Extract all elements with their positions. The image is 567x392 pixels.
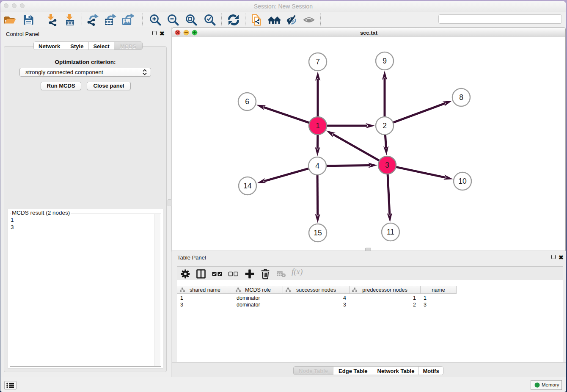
- svg-text:4: 4: [315, 162, 319, 170]
- svg-text:3: 3: [385, 161, 389, 169]
- svg-text:2: 2: [383, 121, 387, 130]
- svg-text:10: 10: [458, 177, 467, 185]
- svg-text:11: 11: [387, 228, 394, 236]
- svg-text:1: 1: [316, 121, 320, 130]
- svg-text:14: 14: [243, 182, 252, 190]
- svg-text:7: 7: [316, 58, 320, 66]
- svg-text:15: 15: [314, 229, 322, 237]
- svg-text:6: 6: [245, 97, 249, 106]
- svg-text:8: 8: [459, 93, 463, 102]
- svg-text:9: 9: [383, 57, 387, 65]
